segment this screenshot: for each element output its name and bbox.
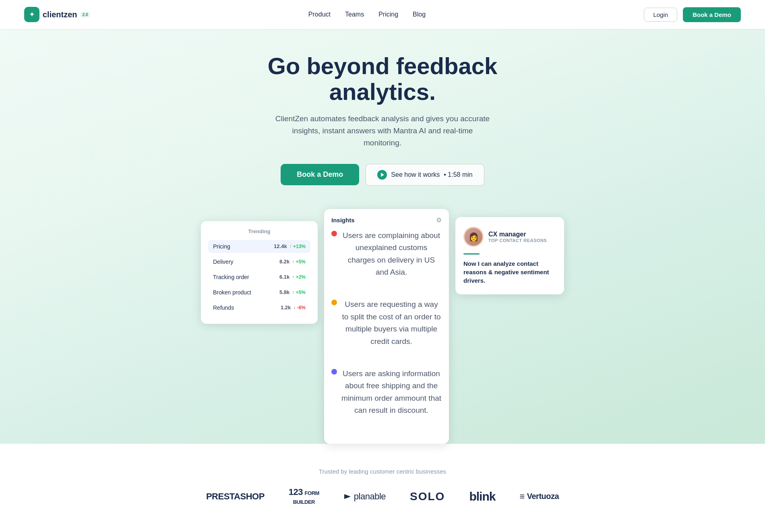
book-demo-hero-button[interactable]: Book a Demo [281,164,359,185]
nav-link-blog[interactable]: Blog [413,11,426,18]
cx-role: TOP CONTACT REASONS [488,238,547,243]
trusted-label: Trusted by leading customer centric busi… [32,468,733,475]
trending-count: 1.2k [281,304,291,311]
trending-change: ↑ +13% [289,244,306,249]
cx-card: 👩 CX manager TOP CONTACT REASONS Now I c… [455,217,564,294]
insight-dot [331,231,337,236]
video-button[interactable]: See how it works • 1:58 min [366,164,484,186]
hero-headline: Go beyond feedback analytics. [225,53,540,105]
insight-text: Users are asking information about free … [341,368,442,417]
logo[interactable]: ✦ clientzen 2.0 [24,7,90,22]
trending-item[interactable]: Refunds 1.2k ↓ -6% [208,301,310,314]
cx-name: CX manager [488,231,547,238]
navigation: ✦ clientzen 2.0 Product Teams Pricing Bl… [0,0,765,29]
insights-header: Insights ⚙ [331,216,442,224]
trending-item-stats: 6.1k ↑ +2% [279,274,306,280]
trending-count: 5.8k [279,289,289,295]
nav-link-teams[interactable]: Teams [345,11,364,18]
logo-icon: ✦ [24,7,39,22]
trending-count: 6.1k [279,274,289,280]
logo-vertuoza: ≡ Vertuoza [519,491,559,502]
hero-actions: Book a Demo See how it works • 1:58 min [16,164,749,186]
trending-item-stats: 8.2k ↑ +5% [279,259,306,265]
logo-blink: blink [469,490,495,503]
trending-item[interactable]: Tracking order 6.1k ↑ +2% [208,271,310,284]
video-label: See how it works [391,171,440,178]
trending-item-stats: 5.8k ↑ +5% [279,289,306,295]
cx-avatar: 👩 [463,227,484,247]
trending-item-name: Delivery [213,259,234,265]
trending-item[interactable]: Pricing 12.4k ↑ +13% [208,240,310,253]
hero-subheadline: ClientZen automates feedback analysis an… [274,113,491,149]
logo-solo: SOLO [410,490,445,503]
insight-dot [331,300,337,305]
trending-item[interactable]: Delivery 8.2k ↑ +5% [208,255,310,268]
trending-count: 12.4k [274,243,287,249]
play-icon [377,170,387,180]
dashboard-preview: Trending Pricing 12.4k ↑ +13% Delivery 8… [16,205,749,444]
trending-change: ↑ +5% [292,290,306,295]
trusted-section: Trusted by leading customer centric busi… [0,444,765,522]
insights-title: Insights [331,217,355,224]
trending-item-name: Refunds [213,304,234,311]
trending-item-stats: 1.2k ↓ -6% [281,304,306,311]
cx-quote: Now I can analyze contact reasons & nega… [463,259,556,285]
svg-marker-0 [344,494,351,499]
logo-123formbuilder: 123 FORMBUILDER [289,487,319,506]
cx-info: CX manager TOP CONTACT REASONS [488,231,547,243]
login-button[interactable]: Login [644,8,677,22]
filter-icon[interactable]: ⚙ [436,216,442,224]
insight-dot [331,369,337,375]
insight-text: Users are complaining about unexplained … [341,230,442,279]
insight-item: Users are asking information about free … [331,368,442,431]
trending-item-name: Pricing [213,243,230,250]
trending-count: 8.2k [279,259,289,265]
trending-change: ↓ -6% [293,305,306,311]
logo-prestashop: PRESTASHOP [206,491,265,502]
trending-item[interactable]: Broken product 5.8k ↑ +5% [208,286,310,299]
cx-accent [463,253,480,255]
video-duration: • 1:58 min [444,171,472,178]
insight-item: Users are complaining about unexplained … [331,230,442,293]
insight-item: Users are requesting a way to split the … [331,298,442,362]
logo-badge: 2.0 [81,12,90,17]
hero-section: Go beyond feedback analytics. ClientZen … [0,29,765,444]
trending-change: ↑ +5% [292,259,306,265]
cx-header: 👩 CX manager TOP CONTACT REASONS [463,227,556,247]
logo-text: clientzen [43,10,77,19]
nav-link-pricing[interactable]: Pricing [378,11,398,18]
trending-item-name: Broken product [213,289,251,296]
trending-change: ↑ +2% [292,274,306,280]
nav-links: Product Teams Pricing Blog [308,11,426,18]
clients-section: What our clients say -80% Reduced team w… [0,522,765,532]
logo-planable: planable [343,491,386,502]
trending-item-stats: 12.4k ↑ +13% [274,243,306,249]
book-demo-nav-button[interactable]: Book a Demo [683,7,741,22]
insights-card: Insights ⚙ Users are complaining about u… [324,209,449,444]
nav-link-product[interactable]: Product [308,11,331,18]
logos-row: PRESTASHOP 123 FORMBUILDER planable SOLO… [32,487,733,506]
nav-actions: Login Book a Demo [644,7,741,22]
trending-title: Trending [208,228,310,234]
trending-item-name: Tracking order [213,274,249,280]
insight-text: Users are requesting a way to split the … [341,298,442,348]
trending-card: Trending Pricing 12.4k ↑ +13% Delivery 8… [201,221,318,324]
